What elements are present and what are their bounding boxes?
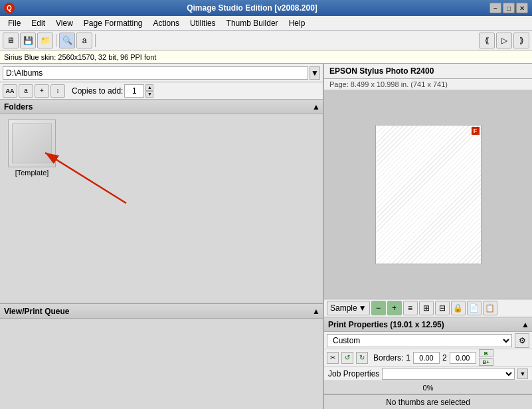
- menu-thumb-builder[interactable]: Thumb Builder: [221, 17, 284, 29]
- toolbar-btn-2[interactable]: 💾: [20, 33, 36, 48]
- menu-bar: File Edit View Page Formatting Actions U…: [0, 16, 532, 31]
- sample-dropdown[interactable]: Sample ▼: [327, 301, 370, 315]
- toolbar-right-btn-2[interactable]: ▷: [496, 33, 512, 48]
- path-dropdown-btn[interactable]: ▼: [310, 66, 320, 80]
- path-input[interactable]: [3, 66, 308, 80]
- copies-label: Copies to add:: [72, 86, 123, 96]
- job-props-dropdown-btn[interactable]: ▼: [517, 368, 528, 379]
- main-content: ▼ AA a + ↕ Copies to add: ▲ ▼ Folders ▲: [0, 64, 532, 409]
- border2-input[interactable]: [450, 352, 476, 364]
- copies-down-btn[interactable]: ▼: [145, 91, 153, 98]
- browse-btn-1[interactable]: AA: [3, 84, 17, 98]
- page-lines: [376, 125, 481, 264]
- toolbar-btn-3[interactable]: 📁: [37, 33, 53, 48]
- menu-help[interactable]: Help: [284, 17, 311, 29]
- border1-input[interactable]: [413, 352, 440, 364]
- minimize-button[interactable]: −: [489, 3, 501, 13]
- queue-content: [0, 319, 323, 409]
- title-bar: Q Qimage Studio Edition [v2008.200] − □ …: [0, 0, 532, 16]
- status-footer: No thumbs are selected: [324, 394, 532, 409]
- sample-btn-grid3[interactable]: ⊟: [435, 301, 450, 315]
- queue-section: View/Print Queue ▲: [0, 303, 323, 409]
- queue-header: View/Print Queue ▲: [0, 304, 323, 319]
- browse-btn-3[interactable]: +: [35, 84, 49, 98]
- borders-label: Borders:: [373, 353, 403, 363]
- browse-btn-2[interactable]: a: [19, 84, 33, 98]
- toolbar-btn-1[interactable]: 🖥: [3, 33, 19, 48]
- app-icon: Q: [4, 3, 15, 13]
- path-bar: ▼: [0, 64, 323, 82]
- template-folder-item[interactable]: [Template]: [5, 120, 58, 177]
- custom-settings-btn[interactable]: ⚙: [515, 333, 529, 348]
- copies-spinner: ▲ ▼: [145, 84, 153, 98]
- sample-btn-grid2[interactable]: ⊞: [419, 301, 434, 315]
- left-panel: ▼ AA a + ↕ Copies to add: ▲ ▼ Folders ▲: [0, 64, 324, 409]
- sample-btn-grid1[interactable]: ≡: [403, 301, 418, 315]
- borders-b-btn[interactable]: B: [479, 349, 493, 357]
- sample-btn-lock[interactable]: 🔒: [451, 301, 466, 315]
- queue-header-label: View/Print Queue: [4, 307, 69, 316]
- toolbar-btn-5[interactable]: a: [76, 33, 92, 48]
- printer-name: EPSON Stylus Photo R2400: [324, 64, 532, 79]
- job-props-label: Job Properties: [328, 369, 379, 378]
- print-props-collapse-btn[interactable]: ▲: [521, 320, 529, 329]
- browse-toolbar: AA a + ↕ Copies to add: ▲ ▼: [0, 82, 323, 100]
- refresh-btn[interactable]: ↺: [341, 352, 353, 364]
- folders-area: [Template]: [0, 114, 323, 303]
- custom-row: Custom ⚙: [324, 332, 532, 349]
- menu-actions[interactable]: Actions: [148, 17, 185, 29]
- print-props-label: Print Properties (19.01 x 12.95): [328, 320, 444, 329]
- menu-view[interactable]: View: [50, 17, 78, 29]
- template-label: [Template]: [15, 169, 49, 177]
- toolbar-btn-4[interactable]: 🔍: [59, 33, 75, 48]
- borders-row: ✂ ↺ ↻ Borders: 1 2 B B+: [324, 349, 532, 367]
- sample-btn-plus[interactable]: +: [387, 301, 402, 315]
- template-thumb: [8, 120, 56, 167]
- folders-collapse-btn[interactable]: ▲: [312, 102, 320, 112]
- border2-num: 2: [442, 353, 447, 363]
- menu-utilities[interactable]: Utilities: [185, 17, 221, 29]
- footer-text: No thumbs are selected: [386, 398, 470, 407]
- right-panel: EPSON Stylus Photo R2400 Page: 8.499 x 1…: [324, 64, 532, 409]
- sample-label: Sample: [330, 303, 357, 313]
- refresh2-btn[interactable]: ↻: [356, 352, 368, 364]
- borders-stack: B B+: [479, 349, 493, 366]
- status-bar: Sirius Blue skin: 2560x1570, 32 bit, 96 …: [0, 50, 532, 64]
- window-title: Qimage Studio Edition [v2008.200]: [15, 3, 489, 13]
- status-text: Sirius Blue skin: 2560x1570, 32 bit, 96 …: [4, 53, 156, 61]
- toolbar-sep-2: [95, 34, 96, 47]
- page-info: Page: 8.499 x 10.998 in. (741 x 741): [324, 79, 532, 90]
- browse-btn-4[interactable]: ↕: [50, 84, 65, 98]
- toolbar-right-btn-3[interactable]: ⟫: [513, 33, 529, 48]
- menu-page-formatting[interactable]: Page Formatting: [78, 17, 148, 29]
- custom-select[interactable]: Custom: [327, 334, 512, 347]
- sample-btn-doc1[interactable]: 📄: [467, 301, 482, 315]
- close-button[interactable]: ✕: [516, 3, 528, 13]
- window: Q Qimage Studio Edition [v2008.200] − □ …: [0, 0, 532, 409]
- maximize-button[interactable]: □: [503, 3, 515, 13]
- print-props-header: Print Properties (19.01 x 12.95) ▲: [324, 317, 532, 332]
- preview-area: F: [324, 90, 532, 299]
- queue-collapse-btn[interactable]: ▲: [312, 307, 320, 316]
- border1-num: 1: [406, 353, 410, 363]
- sample-chevron-icon: ▼: [359, 303, 367, 313]
- main-toolbar: 🖥 💾 📁 🔍 a ⟪ ▷ ⟫: [0, 31, 532, 50]
- sample-btn-doc2[interactable]: 📋: [483, 301, 497, 315]
- folders-header: Folders ▲: [0, 100, 323, 114]
- page-corner-flag: F: [472, 127, 480, 135]
- page-preview: F: [375, 125, 482, 264]
- job-props-select[interactable]: [382, 368, 515, 380]
- copies-up-btn[interactable]: ▲: [145, 84, 153, 91]
- job-props-row: Job Properties ▼: [324, 367, 532, 381]
- folders-header-label: Folders: [4, 102, 33, 112]
- scissors-icon-btn[interactable]: ✂: [327, 352, 339, 364]
- copies-input[interactable]: [124, 84, 144, 98]
- toolbar-right-btn-1[interactable]: ⟪: [479, 33, 495, 48]
- menu-edit[interactable]: Edit: [26, 17, 50, 29]
- progress-text: 0%: [423, 384, 434, 392]
- sample-btn-minus[interactable]: −: [371, 301, 386, 315]
- menu-file[interactable]: File: [3, 17, 26, 29]
- window-controls: − □ ✕: [489, 3, 528, 13]
- progress-bar-container: 0%: [324, 381, 532, 394]
- borders-bplus-btn[interactable]: B+: [479, 358, 493, 366]
